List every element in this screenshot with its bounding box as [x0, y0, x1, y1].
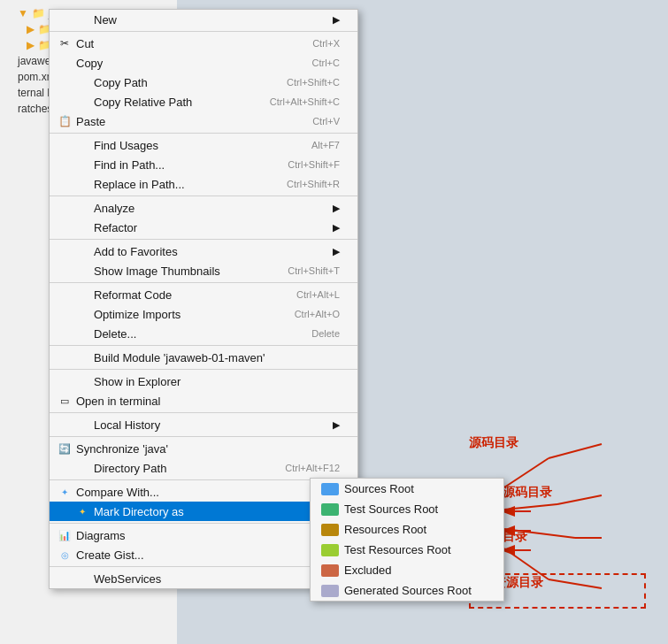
separator-1 [50, 31, 357, 32]
menu-item-replace-path[interactable]: Replace in Path... Ctrl+Shift+R [50, 174, 357, 194]
diagrams-icon: 📊 [57, 530, 73, 541]
separator-4 [50, 239, 357, 240]
menu-item-reformat[interactable]: Reformat Code Ctrl+Alt+L [50, 285, 357, 304]
menu-item-dir-path[interactable]: Directory Path Ctrl+Alt+F12 [50, 458, 357, 478]
submenu-item-test-sources[interactable]: Test Sources Root [311, 499, 503, 519]
generated-icon [321, 585, 339, 597]
menu-item-delete[interactable]: Delete... Delete [50, 324, 357, 343]
submenu-item-excluded[interactable]: Excluded [311, 560, 503, 580]
separator-3 [50, 196, 357, 196]
menu-item-find-path[interactable]: Find in Path... Ctrl+Shift+F [50, 155, 357, 174]
excluded-icon [321, 564, 339, 577]
separator-5 [50, 282, 357, 283]
menu-item-find-usages[interactable]: Find Usages Alt+F7 [50, 135, 357, 155]
submenu-item-generated[interactable]: Generated Sources Root [311, 580, 503, 601]
cut-icon: ✂ [57, 37, 73, 50]
separator-7 [50, 369, 357, 370]
compare-icon: ✦ [57, 487, 73, 497]
submenu-item-resources[interactable]: Resources Root [311, 519, 503, 540]
gist-icon: ◎ [57, 550, 73, 560]
menu-item-favorites[interactable]: Add to Favorites ▶ [50, 242, 357, 261]
menu-item-refactor[interactable]: Refactor ▶ [50, 218, 357, 237]
separator-2 [50, 133, 357, 134]
menu-item-copy-path[interactable]: Copy Path Ctrl+Shift+C [50, 73, 357, 92]
menu-item-copy[interactable]: Copy Ctrl+C [50, 53, 357, 73]
menu-item-history[interactable]: Local History ▶ [50, 415, 357, 434]
terminal-icon: ▭ [57, 395, 73, 407]
menu-item-build[interactable]: Build Module 'javaweb-01-maven' [50, 348, 357, 367]
paste-icon: 📋 [57, 115, 73, 127]
submenu-item-sources[interactable]: Sources Root [311, 479, 503, 499]
submenu-item-test-resources[interactable]: Test Resources Root [311, 540, 503, 560]
separator-6 [50, 345, 357, 346]
menu-item-copy-relative-path[interactable]: Copy Relative Path Ctrl+Alt+Shift+C [50, 92, 357, 111]
menu-item-analyze[interactable]: Analyze ▶ [50, 198, 357, 218]
annotation-sources: 源码目录 [469, 435, 518, 451]
menu-item-terminal[interactable]: ▭ Open in terminal [50, 391, 357, 410]
mark-dir-icon: ✦ [74, 507, 90, 517]
test-resources-icon [321, 544, 339, 556]
separator-8 [50, 412, 357, 413]
menu-item-optimize[interactable]: Optimize Imports Ctrl+Alt+O [50, 304, 357, 324]
mark-directory-submenu: Sources Root Test Sources Root Resources… [310, 478, 504, 602]
menu-item-new[interactable]: New ▶ [50, 10, 357, 29]
menu-item-cut[interactable]: ✂ Cut Ctrl+X [50, 34, 357, 53]
menu-item-thumbnails[interactable]: Show Image Thumbnails Ctrl+Shift+T [50, 261, 357, 280]
resources-icon [321, 524, 339, 536]
separator-9 [50, 436, 357, 437]
sync-icon: 🔄 [57, 443, 73, 455]
menu-item-paste[interactable]: 📋 Paste Ctrl+V [50, 111, 357, 131]
menu-item-show-explorer[interactable]: Show in Explorer [50, 372, 357, 391]
menu-item-synchronize[interactable]: 🔄 Synchronize 'java' [50, 439, 357, 458]
sources-root-icon [321, 483, 339, 495]
test-sources-icon [321, 503, 339, 516]
